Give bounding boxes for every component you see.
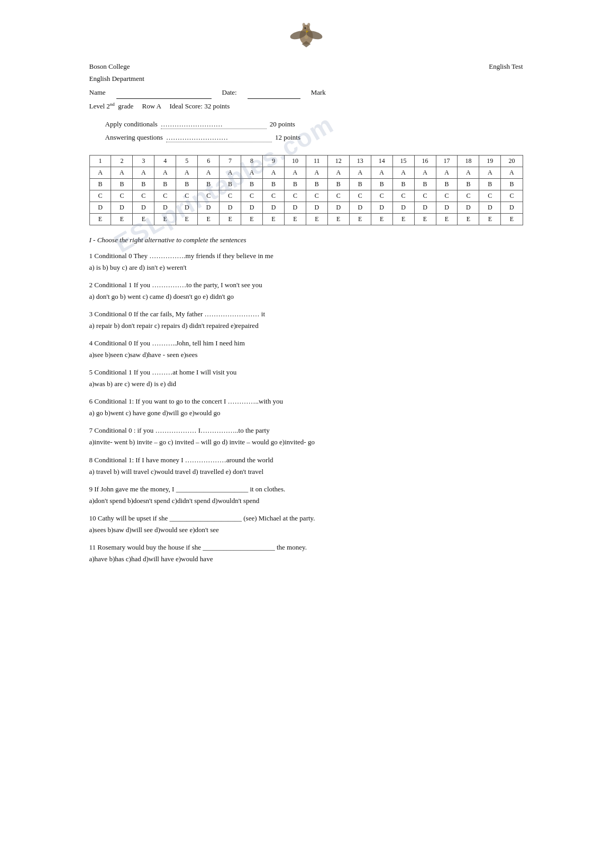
grid-number: 18 bbox=[458, 155, 479, 167]
question-line: 8 Conditional 1: If I have money I ……………… bbox=[89, 456, 523, 464]
options-line: a)don't spend b)doesn't spend c)didn't s… bbox=[89, 495, 523, 507]
grid-number: 6 bbox=[198, 155, 220, 167]
grid-cell: E bbox=[458, 213, 479, 225]
grid-cell: A bbox=[414, 167, 436, 178]
grid-cell: E bbox=[111, 213, 133, 225]
grid-cell: D bbox=[501, 202, 523, 213]
options-line: a) is b) buy c) are d) isn't e) weren't bbox=[89, 262, 523, 273]
grid-cell: B bbox=[306, 178, 327, 190]
question-block: 1 Conditional 0 They …………….my friends if… bbox=[89, 252, 523, 273]
questions-container: 1 Conditional 0 They …………….my friends if… bbox=[89, 252, 523, 565]
dots-2: ……………………… bbox=[166, 133, 272, 142]
question-block: 6 Conditional 1: If you want to go to th… bbox=[89, 397, 523, 419]
svg-marker-5 bbox=[302, 41, 310, 48]
name-date-row: Name Date: Mark bbox=[89, 86, 523, 99]
svg-point-3 bbox=[289, 30, 306, 41]
grid-number: 10 bbox=[284, 155, 306, 167]
answer-grid: 1234567891011121314151617181920AAAAAAAAA… bbox=[89, 155, 523, 225]
grid-cell: A bbox=[220, 167, 241, 178]
grid-cell: B bbox=[349, 178, 371, 190]
grid-number: 3 bbox=[133, 155, 154, 167]
department-name: English Department bbox=[89, 72, 144, 85]
question-line: 10 Cathy will be upset if she __________… bbox=[89, 514, 523, 523]
svg-point-0 bbox=[299, 28, 313, 44]
name-field bbox=[116, 86, 212, 99]
answering-questions-value: 12 points bbox=[275, 133, 300, 142]
grid-number: 12 bbox=[327, 155, 349, 167]
grid-cell: C bbox=[89, 190, 111, 202]
grid-cell: D bbox=[154, 202, 176, 213]
level-row: Level 2nd grade Row A Ideal Score: 32 po… bbox=[89, 100, 523, 113]
grid-cell: C bbox=[306, 190, 327, 202]
grid-cell: C bbox=[392, 190, 414, 202]
question-line: 11 Rosemary would buy the house if she _… bbox=[89, 543, 523, 552]
question-line: 1 Conditional 0 They …………….my friends if… bbox=[89, 252, 523, 260]
grid-cell: D bbox=[436, 202, 458, 213]
test-title: English Test bbox=[489, 60, 523, 72]
grid-number: 9 bbox=[263, 155, 285, 167]
question-block: 10 Cathy will be upset if she __________… bbox=[89, 514, 523, 536]
grid-cell: E bbox=[154, 213, 176, 225]
mark-label: Mark bbox=[311, 86, 326, 98]
grid-number: 13 bbox=[349, 155, 371, 167]
grid-cell: B bbox=[111, 178, 133, 190]
grid-cell: E bbox=[414, 213, 436, 225]
question-line: 5 Conditional 1 If you ………at home I will… bbox=[89, 368, 523, 377]
grid-cell: A bbox=[479, 167, 501, 178]
level-label: Level 2 bbox=[89, 103, 110, 111]
grid-cell: E bbox=[263, 213, 285, 225]
grid-number: 1 bbox=[89, 155, 111, 167]
eagle-logo bbox=[288, 16, 325, 53]
grid-number: 14 bbox=[371, 155, 392, 167]
grid-cell: D bbox=[198, 202, 220, 213]
grid-number: 19 bbox=[479, 155, 501, 167]
grid-cell: D bbox=[89, 202, 111, 213]
grid-cell: A bbox=[111, 167, 133, 178]
grid-cell: D bbox=[479, 202, 501, 213]
grid-cell: E bbox=[198, 213, 220, 225]
question-block: 11 Rosemary would buy the house if she _… bbox=[89, 543, 523, 565]
question-block: 9 If John gave me the money, I _________… bbox=[89, 485, 523, 507]
grid-cell: A bbox=[89, 167, 111, 178]
grid-number: 5 bbox=[176, 155, 198, 167]
grid-cell: D bbox=[220, 202, 241, 213]
grid-cell: B bbox=[284, 178, 306, 190]
grid-cell: C bbox=[241, 190, 263, 202]
svg-point-8 bbox=[306, 23, 310, 29]
section-title: I - Choose the right alternative to comp… bbox=[89, 236, 523, 244]
grid-number: 17 bbox=[436, 155, 458, 167]
page: ESLprintables.com Boson Col bbox=[68, 0, 544, 604]
question-block: 5 Conditional 1 If you ………at home I will… bbox=[89, 368, 523, 390]
grid-cell: C bbox=[436, 190, 458, 202]
svg-point-1 bbox=[303, 25, 310, 33]
grid-cell: A bbox=[501, 167, 523, 178]
grid-cell: A bbox=[241, 167, 263, 178]
question-block: 7 Conditional 0 : if you ……………… I……………..… bbox=[89, 426, 523, 448]
grid-cell: B bbox=[458, 178, 479, 190]
grid-cell: A bbox=[176, 167, 198, 178]
svg-point-4 bbox=[305, 30, 323, 41]
options-line: a)invite- went b) invite – go c) invited… bbox=[89, 436, 523, 448]
grid-cell: A bbox=[371, 167, 392, 178]
grid-number: 4 bbox=[154, 155, 176, 167]
grid-cell: A bbox=[327, 167, 349, 178]
grid-cell: D bbox=[306, 202, 327, 213]
grid-cell: A bbox=[458, 167, 479, 178]
grid-cell: A bbox=[133, 167, 154, 178]
grid-cell: C bbox=[501, 190, 523, 202]
grid-cell: E bbox=[371, 213, 392, 225]
grid-cell: B bbox=[154, 178, 176, 190]
row-label: Row A bbox=[142, 103, 161, 111]
grid-cell: D bbox=[392, 202, 414, 213]
grid-cell: C bbox=[263, 190, 285, 202]
grid-cell: D bbox=[458, 202, 479, 213]
svg-point-6 bbox=[304, 35, 308, 39]
question-line: 9 If John gave me the money, I _________… bbox=[89, 485, 523, 494]
options-line: a)have b)has c)had d)will have e)would h… bbox=[89, 553, 523, 565]
grid-number: 2 bbox=[111, 155, 133, 167]
grid-cell: B bbox=[198, 178, 220, 190]
grid-cell: C bbox=[458, 190, 479, 202]
grid-number: 7 bbox=[220, 155, 241, 167]
question-line: 7 Conditional 0 : if you ……………… I……………..… bbox=[89, 426, 523, 435]
question-line: 2 Conditional 1 If you ……………to the party… bbox=[89, 281, 523, 289]
